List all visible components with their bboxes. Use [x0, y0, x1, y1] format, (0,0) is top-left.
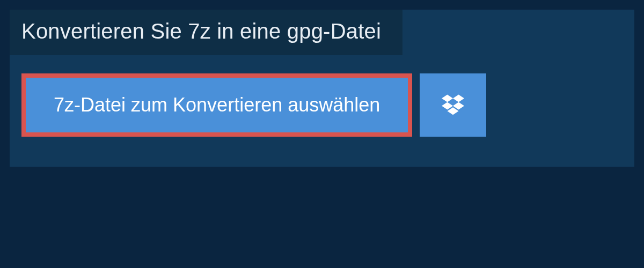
title-container: Konvertieren Sie 7z in eine gpg-Datei	[10, 10, 402, 55]
converter-panel: Konvertieren Sie 7z in eine gpg-Datei 7z…	[10, 10, 634, 167]
dropbox-button[interactable]	[420, 73, 486, 137]
select-file-button[interactable]: 7z-Datei zum Konvertieren auswählen	[21, 73, 412, 137]
button-row: 7z-Datei zum Konvertieren auswählen	[10, 73, 634, 137]
page-title: Konvertieren Sie 7z in eine gpg-Datei	[21, 19, 381, 43]
dropbox-icon	[442, 93, 464, 117]
select-file-button-label: 7z-Datei zum Konvertieren auswählen	[54, 94, 380, 116]
